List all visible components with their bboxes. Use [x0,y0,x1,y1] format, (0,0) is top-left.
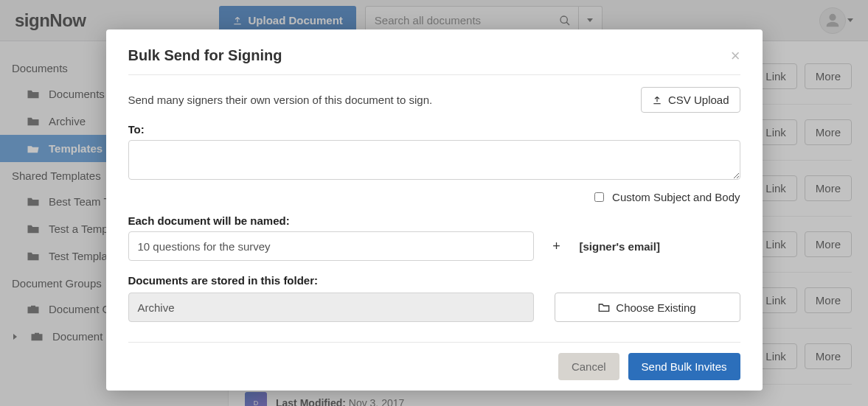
plus-separator: + [546,239,568,254]
doc-name-input[interactable] [128,231,534,261]
upload-icon [652,95,662,105]
signer-email-tag: [signer's email] [580,240,660,253]
to-label: To: [128,123,740,136]
csv-upload-label: CSV Upload [668,94,729,106]
close-icon[interactable]: × [731,48,740,64]
bulk-send-modal: Bulk Send for Signing × Send many signer… [106,29,763,391]
modal-body: Send many signers their own version of t… [128,75,740,342]
folder-display: Archive [128,293,534,322]
modal-description: Send many signers their own version of t… [128,94,433,106]
custom-subject-label: Custom Subject and Body [612,191,740,203]
modal-footer: Cancel Send Bulk Invites [128,342,740,380]
csv-upload-button[interactable]: CSV Upload [641,87,740,113]
custom-subject-checkbox[interactable] [594,192,604,202]
to-input[interactable] [128,140,740,180]
each-doc-label: Each document will be named: [128,214,740,227]
folder-label: Documents are stored in this folder: [128,274,740,287]
send-bulk-invites-button[interactable]: Send Bulk Invites [628,353,740,380]
choose-existing-button[interactable]: Choose Existing [555,293,740,322]
cancel-button[interactable]: Cancel [558,353,619,380]
modal-title: Bulk Send for Signing [128,47,282,64]
modal-header: Bulk Send for Signing × [128,47,740,75]
modal-overlay: Bulk Send for Signing × Send many signer… [0,0,868,406]
folder-outline-icon [598,302,610,312]
choose-existing-label: Choose Existing [616,301,695,314]
